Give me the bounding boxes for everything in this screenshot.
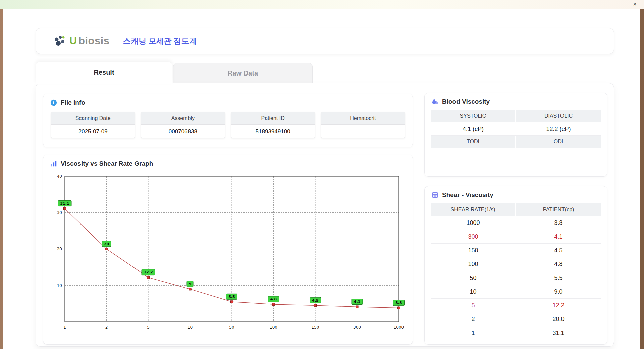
svg-text:9: 9 — [189, 282, 192, 286]
shear-table-row: 512.2 — [431, 299, 601, 312]
file-info-field-value — [321, 125, 405, 138]
viscosity-chart: 31.12012.295.54.84.54.13.810203040125105… — [43, 171, 413, 334]
patient-viscosity-cell: 4.8 — [516, 257, 601, 271]
svg-text:20: 20 — [104, 242, 109, 246]
blood-viscosity-metric-value: – — [431, 148, 516, 161]
file-info-field: Patient ID51893949100 — [231, 112, 315, 138]
blood-viscosity-grid: SYSTOLICDIASTOLIC4.1 (cP)12.2 (cP)TODIOD… — [431, 110, 601, 161]
window-titlebar: × — [0, 0, 644, 9]
shear-rate-cell: 2 — [431, 312, 516, 326]
blood-viscosity-metric-label: SYSTOLIC — [431, 110, 516, 122]
svg-text:3.8: 3.8 — [395, 301, 402, 305]
file-info-fields: Scanning Date2025-07-09Assembly000706838… — [43, 110, 413, 138]
blood-viscosity-metric-label: DIASTOLIC — [516, 110, 601, 122]
svg-text:1000: 1000 — [394, 325, 404, 330]
shear-viscosity-card: Shear - Viscosity SHEAR RATE(1/s) PATIEN… — [424, 186, 607, 345]
graph-title: Viscosity vs Shear Rate Graph — [61, 160, 153, 167]
shear-rate-cell: 5 — [431, 299, 516, 312]
ubiosis-logo-icon — [53, 34, 68, 48]
shear-table-row: 10003.8 — [431, 216, 601, 230]
patient-viscosity-cell: 12.2 — [516, 299, 601, 312]
file-info-field-value: 51893949100 — [231, 125, 315, 138]
brand-rest: biosis — [78, 35, 110, 47]
svg-text:31.1: 31.1 — [60, 201, 69, 206]
svg-text:30: 30 — [57, 210, 62, 215]
patient-viscosity-cell: 9.0 — [516, 285, 601, 298]
ubiosis-logo: U biosis — [53, 28, 109, 54]
shear-table-header: SHEAR RATE(1/s) PATIENT(cp) — [431, 203, 601, 216]
patient-viscosity-cell: 20.0 — [516, 312, 601, 326]
blood-viscosity-card: Blood Viscosity SYSTOLICDIASTOLIC4.1 (cP… — [424, 93, 607, 177]
blood-viscosity-metric-value: 12.2 (cP) — [516, 122, 601, 136]
app-window: U biosis 스캐닝 모세관 점도계 Result Raw Data Fil… — [3, 9, 640, 349]
blood-viscosity-metric-label: TODI — [431, 136, 516, 148]
bar-chart-icon — [50, 160, 57, 167]
file-info-field-label: Hematocrit — [321, 112, 405, 125]
svg-text:40: 40 — [57, 174, 62, 179]
svg-text:150: 150 — [312, 325, 319, 330]
shear-table-body: 10003.83004.11504.51004.8505.5109.0512.2… — [431, 216, 601, 340]
info-icon — [50, 99, 57, 106]
shear-viscosity-title: Shear - Viscosity — [442, 191, 493, 199]
svg-text:20: 20 — [57, 247, 62, 251]
svg-text:4.5: 4.5 — [312, 298, 319, 303]
file-info-field-value: 2025-07-09 — [51, 125, 135, 138]
svg-text:4.8: 4.8 — [270, 297, 277, 301]
shear-table-row: 131.1 — [431, 326, 601, 340]
shear-rate-cell: 300 — [431, 230, 516, 243]
blood-viscosity-metric-value: – — [516, 148, 601, 161]
viscosity-shear-rate-plot: 31.12012.295.54.84.54.13.810203040125105… — [50, 171, 406, 334]
shear-rate-cell: 10 — [431, 285, 516, 298]
shear-viscosity-table: SHEAR RATE(1/s) PATIENT(cp) 10003.83004.… — [431, 203, 601, 340]
table-icon — [431, 191, 439, 199]
patient-viscosity-cell: 4.1 — [516, 230, 601, 243]
patient-column-header: PATIENT(cp) — [516, 203, 601, 216]
shear-rate-cell: 1000 — [431, 216, 516, 230]
svg-text:1: 1 — [63, 325, 66, 330]
patient-viscosity-cell: 3.8 — [516, 216, 601, 230]
shear-table-row: 505.5 — [431, 271, 601, 285]
shear-rate-cell: 100 — [431, 257, 516, 271]
blood-viscosity-metric-value: 4.1 (cP) — [431, 122, 516, 136]
file-info-field: Scanning Date2025-07-09 — [51, 112, 135, 138]
result-panel: File Info Scanning Date2025-07-09Assembl… — [36, 83, 614, 347]
svg-text:5: 5 — [147, 325, 150, 330]
file-info-title: File Info — [61, 99, 85, 106]
page-title: 스캐닝 모세관 점도계 — [123, 28, 197, 54]
patient-viscosity-cell: 4.5 — [516, 244, 601, 257]
svg-text:10: 10 — [57, 283, 62, 288]
window-close-button[interactable]: × — [631, 0, 639, 9]
shear-rate-cell: 50 — [431, 271, 516, 285]
svg-text:2: 2 — [105, 325, 108, 330]
patient-viscosity-cell: 31.1 — [516, 326, 601, 340]
shear-table-row: 3004.1 — [431, 230, 601, 244]
tab-result[interactable]: Result — [36, 62, 172, 84]
file-info-field: Hematocrit — [321, 112, 405, 138]
file-info-field-label: Patient ID — [231, 112, 315, 125]
shear-rate-cell: 1 — [431, 326, 516, 340]
patient-viscosity-cell: 5.5 — [516, 271, 601, 285]
file-info-field: Assembly000706838 — [141, 112, 225, 138]
svg-text:4.1: 4.1 — [354, 300, 361, 304]
svg-text:50: 50 — [229, 325, 234, 330]
viscosity-graph-card: Viscosity vs Shear Rate Graph 31.12012.2… — [43, 155, 413, 345]
svg-text:100: 100 — [270, 325, 277, 330]
file-info-field-label: Scanning Date — [51, 112, 135, 125]
svg-text:5.5: 5.5 — [228, 295, 235, 299]
blood-drops-icon — [431, 98, 439, 105]
file-info-field-label: Assembly — [141, 112, 225, 125]
shear-table-row: 109.0 — [431, 285, 601, 299]
blood-viscosity-title: Blood Viscosity — [442, 98, 490, 105]
shear-table-row: 220.0 — [431, 312, 601, 326]
svg-text:10: 10 — [187, 325, 193, 330]
app-header: U biosis 스캐닝 모세관 점도계 — [36, 28, 614, 54]
brand-leading-letter: U — [69, 35, 77, 47]
svg-text:300: 300 — [353, 325, 361, 330]
svg-text:12.2: 12.2 — [144, 270, 153, 275]
shear-rate-cell: 150 — [431, 244, 516, 257]
shear-table-row: 1004.8 — [431, 257, 601, 271]
shear-table-row: 1504.5 — [431, 244, 601, 257]
tab-raw-data[interactable]: Raw Data — [173, 63, 313, 84]
blood-viscosity-metric-label: ODI — [516, 136, 601, 148]
file-info-field-value: 000706838 — [141, 125, 225, 138]
